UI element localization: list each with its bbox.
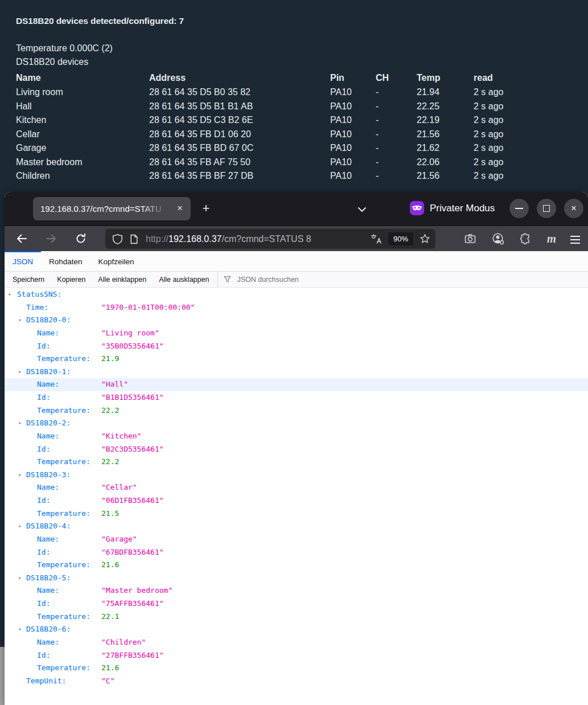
extensions-puzzle-icon[interactable]: [519, 232, 533, 245]
json-row[interactable]: Id:"67BDFB356461": [5, 546, 588, 559]
navigation-bar: http://192.168.0.37/cm?cmnd=STATUS 8 90%: [5, 226, 588, 251]
sensor-cell: 2 s ago: [474, 113, 582, 128]
back-arrow-icon: [15, 232, 28, 245]
tab-rohdaten[interactable]: Rohdaten: [41, 251, 91, 271]
json-row[interactable]: Name:"Hall": [5, 378, 588, 391]
sensor-cell: 21.56: [417, 128, 474, 142]
reload-button[interactable]: [74, 232, 88, 245]
json-key: Time:: [26, 301, 48, 314]
sensor-cell: 2 s ago: [474, 100, 582, 114]
sensor-cell: Children: [16, 169, 149, 183]
json-row[interactable]: Temperature:21.9: [5, 352, 588, 366]
json-row[interactable]: Name:"Garage": [5, 533, 588, 546]
json-row[interactable]: Id:"27BFFB356461": [5, 649, 588, 662]
json-value: "06D1FB356461": [101, 494, 164, 507]
json-row[interactable]: Temperature:21.6: [5, 662, 588, 675]
json-row[interactable]: ▾DS18B20-3:: [5, 469, 588, 482]
tab-title-fade: [141, 198, 175, 219]
json-value: 22.2: [101, 404, 119, 417]
collapse-twisty-icon[interactable]: ▾: [18, 417, 21, 430]
sensor-cell: PA10: [330, 169, 376, 183]
json-row[interactable]: Name:"Kitchen": [5, 430, 588, 443]
json-key: Id:: [37, 546, 50, 559]
new-tab-button[interactable]: +: [198, 201, 214, 217]
json-search-input[interactable]: [236, 275, 409, 284]
json-row[interactable]: Temperature:22.1: [5, 610, 588, 624]
expand-all-button[interactable]: Alle ausklappen: [153, 276, 215, 284]
json-row[interactable]: ▾StatusSNS:: [5, 288, 588, 301]
json-row[interactable]: ▾DS18B20-2:: [5, 417, 588, 430]
json-row[interactable]: Id:"B2C3D5356461": [5, 443, 588, 456]
json-row[interactable]: Id:"35B0D5356461": [5, 340, 588, 353]
json-row[interactable]: ▾DS18B20-0:: [5, 314, 588, 327]
json-row[interactable]: Temperature:22.2: [5, 404, 588, 417]
back-button[interactable]: [15, 232, 28, 245]
sensor-cell: PA10: [330, 128, 376, 142]
json-row[interactable]: Name:"Living room": [5, 327, 588, 340]
list-all-tabs-button[interactable]: [356, 204, 368, 215]
collapse-twisty-icon[interactable]: ▾: [18, 623, 21, 636]
json-value: 21.6: [101, 662, 119, 675]
maximize-icon: [543, 205, 550, 212]
bookmark-star-icon[interactable]: [419, 233, 431, 245]
screenshot-root: DS18B20 devices detected/configured: 7 T…: [0, 0, 588, 705]
translate-icon[interactable]: [370, 233, 383, 245]
collapse-twisty-icon[interactable]: ▾: [8, 288, 11, 301]
json-key: Id:: [37, 443, 50, 456]
sensor-cell: 21.56: [417, 169, 474, 183]
screenshot-camera-icon[interactable]: [463, 232, 477, 245]
minimize-button[interactable]: [509, 199, 529, 218]
json-row[interactable]: Temperature:22.2: [5, 456, 588, 469]
json-row[interactable]: Id:"B1B1D5356461": [5, 391, 588, 404]
sensor-cell: 2 s ago: [474, 85, 582, 100]
account-icon[interactable]: [491, 232, 505, 245]
json-key: DS18B20-0:: [26, 314, 71, 327]
sensor-cell: 2 s ago: [474, 128, 582, 142]
forward-button[interactable]: [44, 232, 58, 245]
tab-json[interactable]: JSON: [5, 251, 41, 271]
sensor-row: Living room28 61 64 35 D5 B0 35 82PA10-2…: [16, 85, 582, 100]
json-row[interactable]: Name:"Cellar": [5, 481, 588, 494]
copy-button[interactable]: Kopieren: [51, 276, 92, 284]
collapse-twisty-icon[interactable]: ▾: [18, 520, 21, 533]
json-value: "B2C3D5356461": [101, 443, 164, 456]
json-row[interactable]: Name:"Master bedroom": [5, 584, 588, 597]
sensor-cell: 28 61 64 35 FB BD 67 0C: [149, 141, 330, 155]
json-row[interactable]: Id:"75AFFB356461": [5, 597, 588, 610]
tab-close-icon[interactable]: ×: [172, 197, 187, 220]
close-icon: ×: [564, 199, 583, 218]
close-button[interactable]: ×: [564, 199, 583, 218]
window-controls: ×: [509, 199, 583, 218]
json-key: Temperature:: [37, 352, 91, 366]
sensor-cell: 28 61 64 35 D5 B1 B1 AB: [149, 100, 330, 114]
extension-m-icon[interactable]: m: [547, 232, 556, 245]
sensor-row: Hall28 61 64 35 D5 B1 B1 ABPA10-22.252 s…: [16, 100, 582, 114]
collapse-all-button[interactable]: Alle einklappen: [92, 276, 153, 284]
json-row[interactable]: Temperature:21.6: [5, 559, 588, 572]
tab-kopfzeilen[interactable]: Kopfzeilen: [91, 251, 142, 271]
zoom-level-badge[interactable]: 90%: [388, 232, 413, 245]
collapse-twisty-icon[interactable]: ▾: [18, 469, 21, 482]
json-key: DS18B20-3:: [26, 469, 71, 482]
collapse-twisty-icon[interactable]: ▾: [18, 366, 21, 379]
json-row[interactable]: TempUnit:"C": [5, 675, 588, 688]
collapse-twisty-icon[interactable]: ▾: [18, 314, 21, 327]
json-row[interactable]: Id:"06D1FB356461": [5, 494, 588, 507]
json-row[interactable]: ▾DS18B20-4:: [5, 520, 588, 533]
sensor-cell: 2 s ago: [474, 155, 582, 170]
json-row[interactable]: ▾DS18B20-5:: [5, 572, 588, 585]
json-row[interactable]: ▾DS18B20-1:: [5, 366, 588, 379]
sensor-cell: -: [376, 100, 417, 114]
hamburger-menu-icon[interactable]: [570, 233, 580, 244]
json-row[interactable]: Temperature:21.5: [5, 507, 588, 520]
forward-arrow-icon: [44, 232, 58, 245]
browser-tab[interactable]: 192.168.0.37/cm?cmnd=STATU ×: [33, 197, 191, 220]
json-key: Name:: [37, 430, 59, 443]
url-bar[interactable]: http://192.168.0.37/cm?cmnd=STATUS 8 90%: [105, 229, 435, 249]
json-row[interactable]: Name:"Children": [5, 636, 588, 649]
json-row[interactable]: ▾DS18B20-6:: [5, 623, 588, 636]
maximize-button[interactable]: [537, 199, 556, 218]
save-button[interactable]: Speichern: [5, 276, 51, 284]
json-row[interactable]: Time:"1970-01-01T00:00:00": [5, 301, 588, 314]
collapse-twisty-icon[interactable]: ▾: [18, 572, 21, 585]
